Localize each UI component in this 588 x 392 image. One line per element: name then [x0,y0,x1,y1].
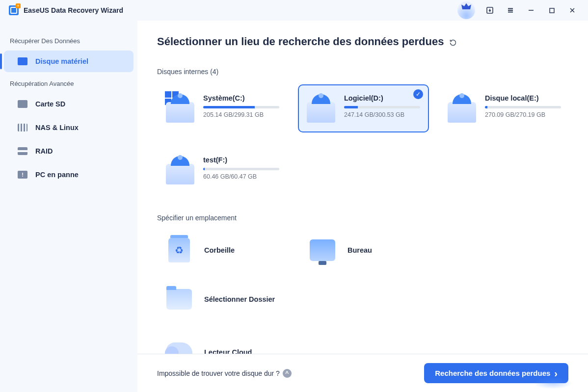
help-chevron-icon[interactable]: ^ [283,369,292,378]
server-icon [18,124,27,131]
drive-size: 247.14 GB/300.53 GB [344,111,420,118]
maximize-icon[interactable] [542,2,561,18]
location-cloud-drive[interactable]: Lecteur Cloud [157,333,291,354]
location-desktop[interactable]: Bureau [300,231,434,270]
location-label: Corbeille [204,246,235,254]
drive-card-e[interactable]: Disque local(E:) 270.09 GB/270.19 GB [439,84,570,132]
location-label: Bureau [347,246,372,254]
sidebar-item-label: Disque matériel [35,57,88,65]
upgrade-crown-icon[interactable] [457,1,475,19]
drive-card-d[interactable]: ✓ Logiciel(D:) 247.14 GB/300.53 GB [298,84,429,132]
sidebar-item-hardware-disk[interactable]: Disque matériel [4,51,134,72]
footer: Impossible de trouver votre disque dur ?… [137,354,588,392]
desktop-icon [308,236,337,264]
cant-find-disk-help[interactable]: Impossible de trouver votre disque dur ?… [157,369,292,378]
minimize-icon[interactable] [521,2,541,18]
raid-icon [18,147,27,155]
refresh-icon[interactable] [449,37,457,46]
usage-bar [344,106,420,108]
location-label: Lecteur Cloud [204,348,252,354]
location-label: Sélectionner Dossier [204,295,275,303]
usage-bar [203,106,279,108]
usage-bar [485,106,561,108]
cloud-icon [165,338,193,354]
download-icon[interactable] [480,2,500,18]
close-icon[interactable] [562,2,582,18]
recycle-bin-icon [165,236,193,264]
drive-size: 60.46 GB/60.47 GB [203,173,282,180]
drive-size: 205.14 GB/299.31 GB [203,111,279,118]
sidebar-item-sd-card[interactable]: Carte SD [4,93,134,115]
drive-card-c[interactable]: Système(C:) 205.14 GB/299.31 GB [157,84,288,132]
sidebar-item-label: RAID [35,147,53,155]
drive-name: Disque local(E:) [485,94,561,102]
drive-name: Logiciel(D:) [344,94,420,102]
svg-rect-1 [550,8,554,13]
disk-icon [448,94,476,123]
app-logo-icon [9,5,19,15]
drive-size: 270.09 GB/270.19 GB [485,111,561,118]
drive-name: Système(C:) [203,94,279,102]
internal-disks-label: Disques internes (4) [157,68,568,76]
sidebar-item-label: PC en panne [35,171,79,179]
check-icon: ✓ [413,89,423,99]
page-title: Sélectionner un lieu de recherche des do… [157,35,568,48]
usage-bar [203,168,279,170]
location-select-folder[interactable]: Sélectionner Dossier [157,280,291,319]
monitor-icon [18,57,27,65]
location-recycle-bin[interactable]: Corbeille [157,231,291,270]
sidebar-item-crashed-pc[interactable]: PC en panne [4,164,134,185]
disk-icon [166,94,194,123]
sd-card-icon [18,100,27,108]
drive-name: test(F:) [203,156,282,164]
sidebar: Récupérer Des Données Disque matériel Ré… [0,21,137,392]
title-bar: EaseUS Data Recovery Wizard [0,0,588,21]
disk-icon [166,156,194,184]
alert-icon [18,171,27,179]
sidebar-item-label: Carte SD [35,100,65,108]
folder-icon [165,285,193,314]
sidebar-item-nas-linux[interactable]: NAS & Linux [4,117,134,138]
drive-card-f[interactable]: test(F:) 60.46 GB/60.47 GB [157,146,291,194]
sidebar-item-raid[interactable]: RAID [4,140,134,162]
sidebar-section-recover: Récupérer Des Données [0,30,137,50]
specify-location-label: Spécifier un emplacement [157,214,568,222]
app-title: EaseUS Data Recovery Wizard [24,6,123,14]
menu-icon[interactable] [501,2,520,18]
sidebar-item-label: NAS & Linux [35,124,79,131]
disk-icon [307,94,335,123]
sidebar-section-advanced: Récupération Avancée [0,73,137,92]
